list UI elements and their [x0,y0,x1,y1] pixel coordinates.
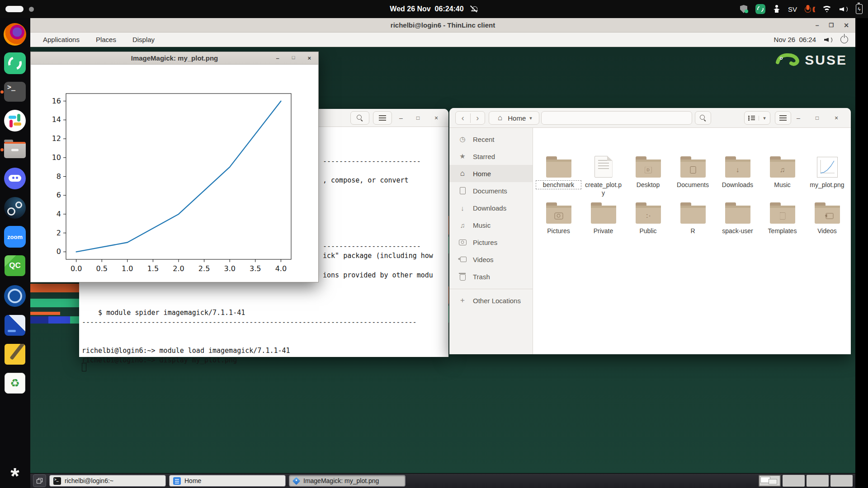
imagemagick-titlebar[interactable]: ImageMagick: my_plot.png – □ × [31,52,318,65]
file-item-documents[interactable]: Documents [670,153,715,189]
sidebar-item-home[interactable]: Home [449,165,533,182]
sync-icon[interactable] [755,4,765,14]
sidebar-item-starred[interactable]: Starred [449,148,533,165]
dock-steam-icon[interactable] [4,197,26,219]
sidebar-item-documents[interactable]: Documents [449,182,533,199]
files-minimize-button[interactable]: – [797,108,800,128]
file-item-music[interactable]: Music [760,153,805,189]
path-bar[interactable] [541,111,692,125]
file-item-templates[interactable]: Templates [760,199,805,235]
taskbar-item-home[interactable]: Home [169,475,286,487]
wifi-icon[interactable] [822,6,831,13]
files-maximize-button[interactable]: □ [816,108,819,128]
imagemagick-minimize-button[interactable]: – [276,55,279,61]
file-item-downloads[interactable]: Downloads [715,153,760,189]
file-item-videos[interactable]: Videos [805,199,849,235]
file-item-r[interactable]: R [670,199,715,235]
terminal-search-button[interactable] [350,111,369,125]
dock-recycle-bin-icon[interactable] [4,372,26,394]
sidebar-item-downloads[interactable]: Downloads [449,199,533,216]
imagemagick-maximize-button[interactable]: □ [292,55,295,61]
workspace-pill-icon[interactable] [5,6,24,12]
dock-asterisk-app-icon[interactable] [4,461,26,483]
file-manager-headerbar[interactable]: ‹ › Home ▾ ▾ – □ × [449,108,851,128]
thinlinc-minimize-button[interactable]: – [816,22,819,28]
dock-notes-icon[interactable] [4,343,26,366]
battery-icon[interactable] [856,4,863,14]
clock-icon [458,135,467,143]
file-item-my-plot-png[interactable]: my_plot.png [805,153,849,189]
file-item-private[interactable]: Private [581,199,626,235]
session-volume-icon[interactable] [824,36,832,43]
file-item-desktop[interactable]: Desktop [626,153,670,189]
host-clock-menu[interactable]: Wed 26 Nov 06:24:40 [390,5,478,13]
task-label: richelbi@login6:~ [65,477,113,484]
dock-blue-ring-app-icon[interactable] [4,285,26,307]
dock-slack-icon[interactable] [4,109,26,132]
forward-button[interactable]: › [471,113,485,123]
terminal-line: ----------------------------------------… [82,318,417,326]
microphone-icon[interactable] [805,5,811,13]
session-clock[interactable]: Nov 26 06:24 [774,36,816,43]
thinlinc-titlebar[interactable]: richelbi@login6 - ThinLinc client – ❐ ✕ [30,18,855,33]
file-item-public[interactable]: Public [626,199,670,235]
dock-qc-icon[interactable]: QC [4,254,26,277]
svg-text:10: 10 [52,153,61,162]
workspace-1[interactable] [759,475,781,487]
wallpaper-stripe-blue [48,316,70,324]
file-item-pictures[interactable]: Pictures [536,199,581,235]
chevron-down-icon: ▾ [763,115,766,121]
sidebar-item-other-locations[interactable]: Other Locations [449,292,533,309]
back-button[interactable]: ‹ [456,113,471,123]
imagemagick-title: ImageMagick: my_plot.png [131,54,218,62]
taskbar-item-terminal[interactable]: richelbi@login6:~ [49,475,166,487]
files-menu-button[interactable] [775,111,791,125]
location-button[interactable]: Home ▾ [489,111,539,125]
dock-file-manager-icon[interactable] [4,138,26,161]
hamburger-icon [379,117,386,118]
menu-applications[interactable]: Applications [43,36,80,43]
view-options-button[interactable]: ▾ [759,115,770,121]
thinlinc-close-button[interactable]: ✕ [844,22,849,28]
sidebar-item-pictures[interactable]: Pictures [449,234,533,251]
dock-zoom-icon[interactable]: zoom [4,225,26,248]
terminal-close-button[interactable]: × [434,109,438,127]
dock-terminal-icon[interactable] [4,80,26,103]
taskbar-item-imagemagick[interactable]: ImageMagick: my_plot.png [289,475,406,487]
dock-blue-app-icon[interactable] [4,314,26,337]
keyboard-layout-indicator[interactable]: SV [788,5,797,13]
sidebar-item-videos[interactable]: Videos [449,251,533,268]
thinlinc-maximize-button[interactable]: ❐ [829,23,834,28]
workspace-4[interactable] [830,475,853,487]
menu-places[interactable]: Places [96,36,116,43]
sidebar-item-trash[interactable]: Trash [449,268,533,285]
accessibility-icon[interactable] [774,5,780,13]
vpn-shield-icon[interactable] [740,5,747,13]
file-label: my_plot.png [805,181,849,189]
files-close-button[interactable]: × [835,108,838,128]
file-item-spack-user[interactable]: spack-user [715,199,760,235]
sidebar-item-music[interactable]: Music [449,216,533,234]
dock-firefox-icon[interactable] [4,23,26,46]
dock-discord-icon[interactable] [4,167,26,190]
terminal-line: ick" package (including how [323,252,433,260]
terminal-menu-button[interactable] [373,111,392,125]
session-power-icon[interactable] [840,36,848,43]
sidebar-item-recent[interactable]: Recent [449,131,533,148]
list-view-button[interactable] [745,116,759,121]
menu-display[interactable]: Display [132,36,155,43]
workspace-2[interactable] [783,475,805,487]
file-item-create-plot-py[interactable]: create_plot.py [581,153,626,197]
terminal-maximize-button[interactable]: □ [416,109,420,127]
dock-software-sync-icon[interactable] [4,52,26,75]
workspace-3[interactable] [807,475,829,487]
show-desktop-button[interactable] [33,474,46,487]
workspace-dot-icon[interactable] [29,7,34,12]
files-search-button[interactable] [695,111,711,125]
terminal-minimize-button[interactable]: – [399,109,403,127]
file-item-benchmark[interactable]: benchmark [536,153,581,189]
imagemagick-close-button[interactable]: × [307,55,311,61]
files-grid[interactable]: benchmark create_plot.py Desktop Documen… [533,128,851,354]
folder-icon [546,206,571,224]
volume-icon[interactable] [840,5,848,13]
